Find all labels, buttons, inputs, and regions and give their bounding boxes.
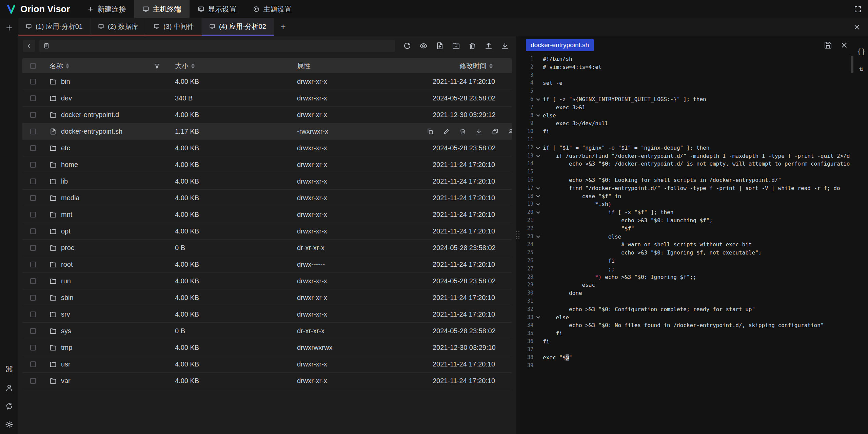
row-checkbox[interactable] [30, 178, 36, 184]
fold-icon[interactable] [533, 208, 543, 216]
add-tab-button[interactable]: + [274, 18, 292, 36]
file-name[interactable]: etc [61, 144, 70, 152]
refresh-icon[interactable] [403, 42, 411, 50]
fullscreen-icon[interactable] [854, 5, 862, 13]
row-checkbox[interactable] [30, 129, 36, 134]
session-tab-1[interactable]: (1) 应用-分析01 [18, 18, 91, 36]
select-all-checkbox[interactable] [30, 63, 36, 69]
file-name[interactable]: srv [61, 310, 70, 318]
fold-icon[interactable] [533, 152, 543, 160]
file-row[interactable]: var4.00 KBdrwxr-xr-x2021-11-24 17:20:10 [22, 373, 512, 389]
file-name[interactable]: mnt [61, 211, 72, 219]
permission-icon[interactable] [508, 128, 512, 135]
download-icon[interactable] [501, 42, 509, 50]
row-checkbox[interactable] [30, 79, 36, 84]
file-name[interactable]: home [61, 161, 78, 169]
file-name[interactable]: lib [61, 177, 68, 185]
row-checkbox[interactable] [30, 328, 36, 334]
back-button[interactable] [23, 40, 35, 52]
fold-icon[interactable] [533, 314, 543, 322]
nav-item-new-connection[interactable]: 新建连接 [79, 0, 134, 18]
file-row[interactable]: bin4.00 KBdrwxr-xr-x2021-11-24 17:20:10 [22, 73, 512, 90]
file-row[interactable]: mnt4.00 KBdrwxr-xr-x2021-11-24 17:20:10 [22, 206, 512, 223]
row-checkbox[interactable] [30, 228, 36, 234]
fold-icon[interactable] [533, 233, 543, 241]
file-name[interactable]: tmp [61, 344, 72, 352]
row-checkbox[interactable] [30, 345, 36, 351]
close-editor-icon[interactable] [840, 41, 848, 49]
move-icon[interactable] [492, 128, 499, 135]
nav-item-host-terminal[interactable]: 主机终端 [134, 0, 190, 18]
file-row[interactable]: media4.00 KBdrwxr-xr-x2021-11-24 17:20:1… [22, 190, 512, 206]
filter-icon[interactable] [154, 63, 160, 69]
row-checkbox[interactable] [30, 262, 36, 267]
editor-file-tab[interactable]: docker-entrypoint.sh [526, 39, 594, 51]
file-name[interactable]: docker-entrypoint.d [61, 111, 119, 119]
fold-icon[interactable] [533, 144, 543, 152]
copy-icon[interactable] [427, 128, 434, 135]
session-tab-2[interactable]: (2) 数据库 [91, 18, 146, 36]
file-row[interactable]: docker-entrypoint.d4.00 KBdrwxr-xr-x2021… [22, 107, 512, 123]
panel-splitter[interactable] [516, 36, 520, 434]
gear-icon[interactable] [5, 420, 13, 429]
file-row[interactable]: srv4.00 KBdrwxr-xr-x2021-11-24 17:20:10 [22, 306, 512, 323]
file-name[interactable]: dev [61, 94, 72, 102]
path-input[interactable] [53, 42, 391, 50]
row-checkbox[interactable] [30, 112, 36, 118]
file-row[interactable]: lib4.00 KBdrwxr-xr-x2021-11-24 17:20:10 [22, 173, 512, 190]
row-checkbox[interactable] [30, 195, 36, 201]
brand[interactable]: Orion Visor [0, 0, 79, 18]
row-checkbox[interactable] [30, 95, 36, 101]
command-shortcut-icon[interactable]: ⌘ [5, 365, 14, 374]
fold-icon[interactable] [533, 95, 543, 103]
file-row[interactable]: dev340 Bdrwxr-xr-x2024-05-28 23:58:02 [22, 90, 512, 107]
file-row[interactable]: run4.00 KBdrwxr-xr-x2024-05-28 23:58:02 [22, 273, 512, 289]
file-row[interactable]: proc0 Bdr-xr-xr-x2024-05-28 23:58:02 [22, 240, 512, 256]
nav-item-display-settings[interactable]: 显示设置 [190, 0, 245, 18]
file-name[interactable]: run [61, 277, 71, 285]
file-name[interactable]: proc [61, 244, 74, 252]
fold-icon[interactable] [533, 200, 543, 208]
file-name[interactable]: sbin [61, 294, 74, 302]
preview-eye-icon[interactable] [419, 42, 428, 50]
delete-icon[interactable] [459, 128, 466, 135]
file-name[interactable]: var [61, 377, 71, 385]
download-icon[interactable] [475, 128, 482, 135]
sort-mtime-button[interactable] [489, 63, 493, 69]
nav-item-theme-settings[interactable]: 主题设置 [245, 0, 300, 18]
row-checkbox[interactable] [30, 245, 36, 251]
file-name[interactable]: usr [61, 360, 71, 368]
upload-icon[interactable] [485, 42, 493, 50]
session-tab-4[interactable]: (4) 应用-分析02 [202, 18, 274, 36]
new-tab-icon[interactable] [5, 24, 13, 32]
file-row[interactable]: opt4.00 KBdrwxr-xr-x2021-11-24 17:20:10 [22, 223, 512, 240]
editor-scrollbar-thumb[interactable] [851, 56, 853, 73]
fold-icon[interactable] [533, 192, 543, 201]
file-name[interactable]: media [61, 194, 79, 202]
new-folder-icon[interactable] [452, 42, 460, 50]
file-name[interactable]: opt [61, 227, 71, 235]
file-name[interactable]: sys [61, 327, 71, 335]
row-checkbox[interactable] [30, 378, 36, 384]
sync-settings-icon[interactable] [5, 402, 13, 410]
sort-size-button[interactable] [191, 63, 195, 69]
sort-name-button[interactable] [66, 63, 69, 69]
session-tab-3[interactable]: (3) 中间件 [146, 18, 202, 36]
row-checkbox[interactable] [30, 278, 36, 284]
row-checkbox[interactable] [30, 145, 36, 151]
row-checkbox[interactable] [30, 212, 36, 218]
file-name[interactable]: root [61, 261, 73, 268]
updown-sort-icon[interactable]: ⇅ [859, 65, 864, 73]
braces-format-icon[interactable]: {} [857, 48, 865, 55]
row-checkbox[interactable] [30, 295, 36, 301]
close-icon[interactable] [853, 23, 861, 31]
row-checkbox[interactable] [30, 162, 36, 168]
new-file-icon[interactable] [436, 42, 444, 50]
file-row[interactable]: sbin4.00 KBdrwxr-xr-x2021-11-24 17:20:10 [22, 289, 512, 306]
file-row[interactable]: docker-entrypoint.sh1.17 KB-rwxrwxr-x [22, 123, 512, 140]
file-row[interactable]: root4.00 KBdrwx------2021-11-24 17:20:10 [22, 256, 512, 273]
file-name[interactable]: bin [61, 78, 70, 86]
file-row[interactable]: tmp4.00 KBdrwxrwxrwx2021-12-30 03:29:10 [22, 339, 512, 356]
file-row[interactable]: sys0 Bdr-xr-xr-x2024-05-28 23:58:02 [22, 323, 512, 339]
trash-icon[interactable] [468, 42, 476, 50]
